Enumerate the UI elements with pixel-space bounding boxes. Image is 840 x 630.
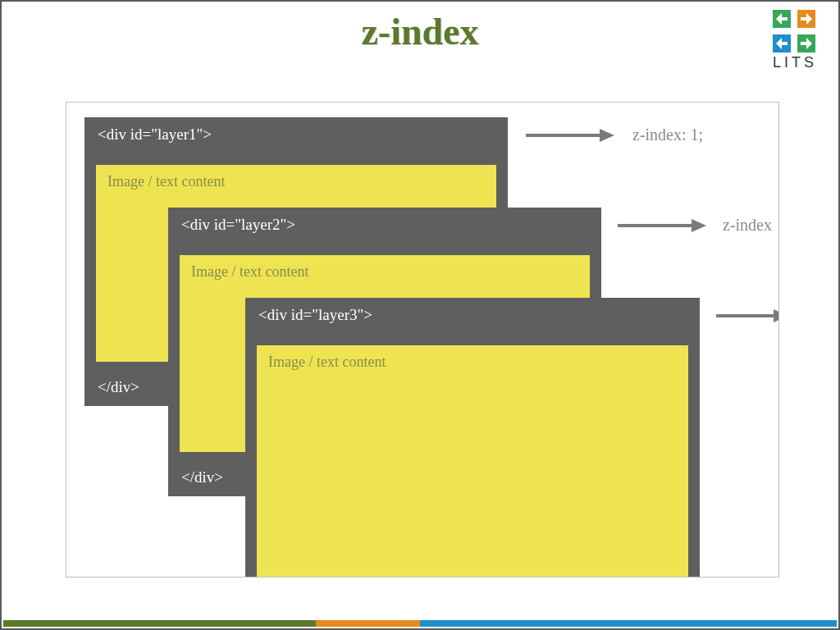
z-index-label-2: z-index [723, 216, 772, 235]
page-title: z-index [2, 10, 838, 53]
arrow-icon [526, 127, 616, 144]
footer-bar-segment [316, 620, 420, 627]
footer-bar-segment [420, 620, 837, 627]
logo-quadrant-icon [773, 10, 791, 28]
z-index-label-1: z-index: 1; [632, 126, 703, 144]
logo-quadrant-icon [773, 34, 791, 52]
logo-quadrant-icon [797, 10, 815, 28]
layer-box-3: <div id="layer3"> Image / text content <… [245, 298, 700, 578]
logo-mark [773, 10, 815, 52]
layer-open-tag: <div id="layer1"> [84, 117, 508, 165]
logo-quadrant-icon [797, 34, 815, 52]
layer-open-tag: <div id="layer3"> [245, 298, 700, 345]
layer-open-tag: <div id="layer2"> [168, 208, 601, 255]
logo-text: LITS [766, 54, 824, 71]
arrow-icon [716, 308, 779, 324]
logo: LITS [766, 10, 824, 71]
footer-color-bar [3, 620, 837, 627]
svg-marker-3 [692, 219, 706, 232]
footer-bar-segment [3, 620, 316, 627]
svg-marker-1 [600, 129, 614, 142]
slide: z-index LITS <div id="layer1"> Image / t… [0, 0, 840, 630]
layer-content: Image / text content [257, 345, 688, 578]
diagram-figure: <div id="layer1"> Image / text content <… [66, 102, 779, 578]
arrow-icon [618, 217, 708, 234]
svg-marker-5 [774, 309, 779, 322]
